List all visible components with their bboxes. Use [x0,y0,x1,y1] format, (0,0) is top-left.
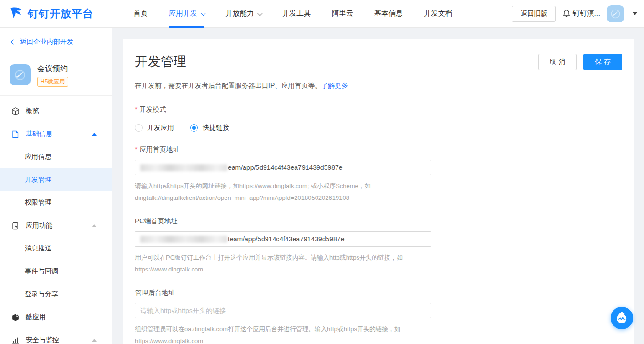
sidebar-item-basic-info[interactable]: 基础信息 [0,123,112,146]
avatar[interactable] [607,5,624,22]
radio-icon [190,124,198,132]
app-home-help: 请输入http或https开头的网址链接，如https://www.dingta… [135,180,440,204]
collapse-arrow-icon[interactable] [92,339,97,342]
input-value: eam/app/5d914c4f43ea791439d5987e [228,164,343,171]
pc-home-input[interactable]: team/app/5d914c4f43ea791439d5987e [135,231,431,247]
dev-management-card: 开发管理 取消 保存 在开发前，需要在开发者后台配置服务器出口IP、应用首页等。… [123,39,634,344]
redacted-url-prefix [140,236,227,243]
sidebar-menu: 概览 基础信息 应用信息 开发管理 权限管理 应用功能 消息推送 事件与回调 登… [0,96,112,344]
document-icon [11,130,20,138]
app-meta: 会议预约 H5微应用 [37,64,68,87]
app-home-label: *应用首页地址 [135,146,622,154]
back-to-internal-dev-link[interactable]: 返回企业内部开发 [0,28,112,55]
sidebar-item-label: 权限管理 [25,198,51,207]
header-actions: 取消 保存 [538,54,622,70]
sidebar-item-app-features[interactable]: 应用功能 [0,214,112,237]
caret-down-icon[interactable] [633,12,637,15]
dev-mode-radio-group: 开发应用 快捷链接 [135,124,622,132]
app-logo-icon [10,64,31,87]
nav-dev-tools[interactable]: 开发工具 [282,0,311,28]
sidebar-item-events-callbacks[interactable]: 事件与回调 [0,260,112,283]
chevron-left-icon [10,39,16,44]
top-nav: 首页 应用开发 开放能力 开发工具 阿里云 基本信息 开发文档 [133,0,452,28]
chevron-down-icon [257,10,263,15]
required-mark: * [135,146,137,153]
top-header: 钉钉开放平台 首页 应用开发 开放能力 开发工具 阿里云 基本信息 开发文档 返… [0,0,644,28]
nav-label: 应用开发 [169,9,197,18]
sidebar-item-label: 基础信息 [26,130,52,138]
learn-more-link[interactable]: 了解更多 [321,82,348,89]
app-feature-icon [11,221,20,230]
sidebar-item-label: 登录与分享 [25,290,58,299]
pc-home-group: PC端首页地址 team/app/5d914c4f43ea791439d5987… [135,217,622,275]
admin-backend-label: 管理后台地址 [135,289,622,297]
sidebar-item-permission-management[interactable]: 权限管理 [0,191,112,214]
dev-mode-group: *开发模式 开发应用 快捷链接 [135,105,622,132]
collapse-arrow-icon[interactable] [92,133,97,136]
required-mark: * [135,105,137,113]
sidebar-item-label: 酷应用 [26,313,46,322]
nav-aliyun[interactable]: 阿里云 [332,0,353,28]
cancel-button[interactable]: 取消 [538,54,577,70]
nav-app-development[interactable]: 应用开发 [169,0,204,28]
nav-basic-info[interactable]: 基本信息 [374,0,403,28]
sidebar-item-label: 应用功能 [26,221,52,230]
app-name: 会议预约 [37,64,68,74]
admin-backend-help: 组织管理员可以在oa.dingtalk.com打开这个应用后台并进行管理。输入h… [135,323,440,344]
pc-home-help: 用户可以在PC版钉钉工作台上打开这个应用并显示该链接内容。请输入http或htt… [135,251,440,275]
sidebar-item-cool-app[interactable]: 酷应用 [0,306,112,329]
sidebar-item-app-info[interactable]: 应用信息 [0,146,112,168]
sidebar-item-label: 事件与回调 [25,267,58,276]
back-to-old-version-button[interactable]: 返回旧版 [512,6,556,22]
app-type-badge: H5微应用 [37,77,68,87]
radio-quick-link[interactable]: 快捷链接 [190,124,229,132]
save-button[interactable]: 保存 [583,54,622,70]
account-menu[interactable]: 钉钉演... [562,9,600,18]
dev-mode-label: *开发模式 [135,105,622,114]
dingtalk-service-icon [611,307,633,329]
radio-label: 快捷链接 [203,124,229,132]
sidebar-item-security-monitoring[interactable]: 安全与监控 [0,329,112,344]
sidebar-item-label: 开发管理 [25,176,51,184]
sidebar-item-label: 安全与监控 [26,336,59,344]
cube-icon [11,107,20,115]
dingtalk-service-fab[interactable] [611,307,633,329]
main-area: 开发管理 取消 保存 在开发前，需要在开发者后台配置服务器出口IP、应用首页等。… [112,28,644,344]
nav-home[interactable]: 首页 [133,0,148,28]
cool-app-icon [11,313,20,322]
nav-label: 基本信息 [374,9,403,18]
nav-dev-docs[interactable]: 开发文档 [424,0,452,28]
radio-icon [135,124,143,132]
admin-backend-input[interactable] [135,303,431,318]
sidebar-item-label: 概览 [26,107,39,115]
collapse-arrow-icon[interactable] [92,224,97,227]
dingtalk-logo[interactable]: 钉钉开放平台 [0,6,118,21]
sidebar-item-label: 应用信息 [25,153,51,161]
page-title: 开发管理 [135,53,186,70]
page-description: 在开发前，需要在开发者后台配置服务器出口IP、应用首页等。了解更多 [135,82,622,90]
radio-dev-app[interactable]: 开发应用 [135,124,174,132]
nav-label: 开发工具 [282,9,311,18]
chevron-down-icon [201,10,206,15]
sidebar-item-label: 消息推送 [25,244,51,253]
dingtalk-wing-icon [10,6,24,21]
account-name: 钉钉演... [572,9,600,18]
pc-home-label: PC端首页地址 [135,217,622,226]
nav-open-capabilities[interactable]: 开放能力 [225,0,261,28]
back-link-label: 返回企业内部开发 [20,38,73,46]
sidebar-item-dev-management[interactable]: 开发管理 [0,168,112,191]
monitor-icon [11,336,20,344]
redacted-url-prefix [140,164,227,171]
card-header: 开发管理 取消 保存 [135,53,622,70]
description-text: 在开发前，需要在开发者后台配置服务器出口IP、应用首页等。 [135,82,321,89]
admin-backend-group: 管理后台地址 组织管理员可以在oa.dingtalk.com打开这个应用后台并进… [135,289,622,344]
sidebar-item-login-share[interactable]: 登录与分享 [0,283,112,306]
app-home-group: *应用首页地址 eam/app/5d914c4f43ea791439d5987e… [135,146,622,204]
app-home-input[interactable]: eam/app/5d914c4f43ea791439d5987e [135,160,431,175]
nav-label: 开放能力 [225,9,254,18]
nav-label: 开发文档 [424,9,452,18]
logo-text: 钉钉开放平台 [28,7,93,21]
sidebar-item-overview[interactable]: 概览 [0,100,112,123]
bell-icon[interactable] [562,10,571,18]
sidebar-item-message-push[interactable]: 消息推送 [0,237,112,260]
